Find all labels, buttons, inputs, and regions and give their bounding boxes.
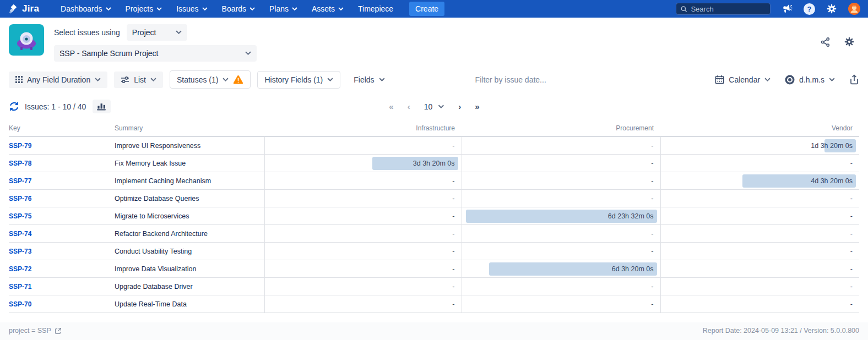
duration-value: - — [850, 248, 853, 255]
chevron-down-icon — [829, 78, 835, 82]
column-header-procurement[interactable]: Procurement — [462, 120, 660, 137]
column-header-key[interactable]: Key — [9, 120, 115, 137]
duration-cell-vendor: - — [660, 260, 859, 278]
previous-page-icon[interactable]: ‹ — [408, 102, 410, 111]
chevron-down-icon — [764, 78, 771, 82]
duration-value: - — [850, 160, 853, 167]
chevron-down-icon — [95, 78, 101, 82]
nav-item-assets[interactable]: Assets — [305, 4, 351, 13]
table-row: SSP-77Implement Caching Mechanism--4d 3h… — [9, 172, 859, 190]
issue-summary: Improve Data Visualization — [115, 260, 264, 278]
duration-value: - — [651, 160, 653, 167]
help-icon[interactable]: ? — [804, 3, 815, 15]
issue-summary: Improve UI Responsiveness — [115, 137, 264, 155]
search-input[interactable] — [691, 5, 766, 13]
duration-cell-vendor: 1d 3h 20m 0s — [660, 137, 859, 155]
duration-value: 4d 3h 20m 0s — [811, 177, 853, 185]
jira-logo[interactable]: Jira — [8, 3, 39, 14]
duration-value: - — [651, 142, 653, 150]
issue-key-link[interactable]: SSP-78 — [9, 155, 115, 172]
duration-cell-infrastructure: - — [264, 295, 462, 313]
table-header-row: Key Summary Infrastructure Procurement V… — [9, 120, 859, 137]
issue-summary: Fix Memory Leak Issue — [115, 155, 264, 172]
issue-key-link[interactable]: SSP-71 — [9, 278, 115, 295]
duration-cell-vendor: 4d 3h 20m 0s — [660, 172, 859, 190]
project-select[interactable]: SSP - Sample Scrum Project — [54, 45, 257, 62]
duration-cell-vendor: - — [660, 225, 859, 243]
issue-key-link[interactable]: SSP-76 — [9, 190, 115, 207]
issue-key-link[interactable]: SSP-79 — [9, 137, 115, 155]
issue-key-link[interactable]: SSP-74 — [9, 225, 115, 243]
duration-value: - — [850, 230, 853, 238]
issue-key-link[interactable]: SSP-77 — [9, 172, 115, 190]
statuses-select[interactable]: Statuses (1) — [170, 70, 251, 89]
view-type-select[interactable]: List — [114, 72, 163, 88]
report-toolbar: Any Field Duration List Statuses (1) His… — [0, 62, 868, 89]
issue-key-link[interactable]: SSP-70 — [9, 295, 115, 313]
search-icon — [681, 6, 687, 13]
calendar-select[interactable]: Calendar — [715, 75, 771, 84]
time-format-select[interactable]: d.h.m.s — [785, 75, 835, 85]
nav-item-projects[interactable]: Projects — [118, 4, 170, 13]
announcements-icon[interactable] — [782, 4, 793, 14]
chart-view-icon[interactable] — [93, 100, 111, 113]
issue-summary: Conduct Usability Testing — [115, 243, 264, 260]
report-settings-gear-icon[interactable] — [844, 36, 855, 47]
refresh-icon[interactable] — [9, 101, 19, 112]
column-header-summary[interactable]: Summary — [115, 120, 264, 137]
last-page-icon[interactable]: » — [475, 102, 479, 111]
issue-source-mode-select[interactable]: Project — [127, 24, 187, 41]
jql-link[interactable]: project = SSP — [9, 327, 62, 334]
duration-cell-infrastructure: - — [264, 172, 462, 190]
timepiece-app-icon — [9, 24, 44, 56]
issue-key-link[interactable]: SSP-73 — [9, 243, 115, 260]
duration-cell-procurement: - — [462, 243, 660, 260]
field-duration-select[interactable]: Any Field Duration — [9, 72, 107, 88]
share-icon[interactable] — [820, 37, 831, 47]
top-navbar: Jira Dashboards Projects Issues Boards P… — [0, 0, 868, 18]
history-fields-select[interactable]: History Fields (1) — [257, 71, 340, 89]
nav-item-dashboards[interactable]: Dashboards — [53, 4, 118, 13]
next-page-icon[interactable]: › — [458, 102, 460, 111]
duration-value: - — [452, 265, 454, 273]
nav-item-timepiece[interactable]: Timepiece — [351, 4, 400, 13]
first-page-icon[interactable]: « — [389, 102, 393, 111]
column-header-vendor[interactable]: Vendor — [660, 120, 859, 137]
duration-cell-infrastructure: - — [264, 137, 462, 155]
duration-value: 3d 3h 20m 0s — [413, 160, 455, 167]
issue-summary: Implement Caching Mechanism — [115, 172, 264, 190]
chevron-down-icon — [223, 78, 229, 82]
nav-item-label: Plans — [269, 4, 289, 13]
nav-item-label: Timepiece — [358, 4, 393, 13]
page-size-select[interactable]: 10 — [424, 102, 444, 111]
nav-item-boards[interactable]: Boards — [215, 4, 262, 13]
issue-key-link[interactable]: SSP-75 — [9, 207, 115, 225]
external-link-icon — [55, 327, 62, 334]
nav-item-issues[interactable]: Issues — [169, 4, 214, 13]
fields-select[interactable]: Fields — [347, 72, 391, 88]
history-fields-label: History Fields (1) — [264, 75, 323, 84]
issue-date-filter-input[interactable] — [475, 75, 591, 84]
calendar-label: Calendar — [729, 75, 760, 84]
nav-item-plans[interactable]: Plans — [262, 4, 305, 13]
report-header: Select issues using Project SSP - Sample… — [0, 18, 868, 62]
create-button[interactable]: Create — [409, 2, 444, 16]
table-row: SSP-70Update Real-Time Data--- — [9, 295, 859, 313]
duration-cell-vendor: - — [660, 243, 859, 260]
column-header-infrastructure[interactable]: Infrastructure — [264, 120, 462, 137]
settings-gear-icon[interactable] — [826, 3, 837, 14]
global-search[interactable] — [676, 3, 771, 15]
fields-label: Fields — [354, 75, 374, 84]
table-row: SSP-78Fix Memory Leak Issue3d 3h 20m 0s-… — [9, 155, 859, 172]
issues-table-wrap: Key Summary Infrastructure Procurement V… — [0, 120, 868, 313]
duration-value: - — [452, 195, 454, 202]
report-meta: Report Date: 2024-05-09 13:21 / Version:… — [703, 327, 859, 334]
report-header-actions — [820, 24, 855, 47]
user-avatar[interactable] — [848, 3, 860, 15]
duration-value: - — [651, 230, 653, 238]
duration-value: - — [452, 177, 454, 185]
issues-count: Issues: 1 - 10 / 40 — [25, 102, 86, 111]
export-icon[interactable] — [849, 74, 859, 85]
issue-key-link[interactable]: SSP-72 — [9, 260, 115, 278]
view-type-label: List — [134, 75, 146, 84]
